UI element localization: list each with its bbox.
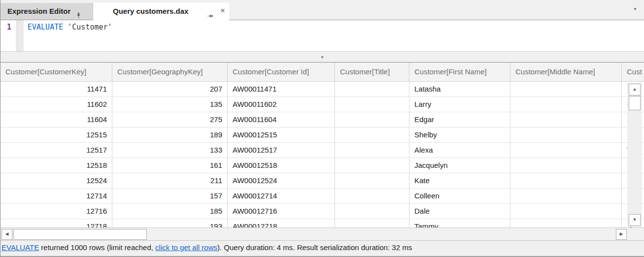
table-cell[interactable]: Tammy (409, 219, 510, 227)
column-header[interactable]: Cust (622, 63, 644, 82)
table-cell[interactable]: AW00012714 (228, 189, 335, 204)
table-cell[interactable]: Larry (409, 97, 510, 112)
code-line[interactable]: EVALUATE 'Customer' (28, 23, 112, 32)
vertical-scrollbar-thumb[interactable] (629, 96, 641, 110)
table-cell[interactable]: Edgar (409, 112, 510, 128)
close-icon[interactable]: × (220, 2, 225, 19)
table-cell[interactable]: Jacquelyn (409, 158, 510, 173)
table-row[interactable]: 12518161AW00012518JacquelynD (0, 158, 644, 173)
table-cell[interactable] (510, 219, 622, 227)
table-cell[interactable]: 11604 (0, 112, 112, 128)
table-cell[interactable]: 189 (112, 128, 228, 143)
table-cell[interactable]: 161 (112, 158, 228, 173)
table-cell[interactable] (510, 158, 622, 173)
table-cell[interactable] (335, 158, 409, 173)
vertical-scrollbar[interactable]: ▲ ▼ (627, 83, 642, 227)
table-cell[interactable]: 12524 (0, 173, 112, 189)
column-header[interactable]: Customer[Customer Id] (228, 63, 335, 82)
table-cell[interactable] (510, 189, 622, 204)
scroll-right-icon[interactable]: ▶ (616, 229, 627, 240)
table-cell[interactable]: AW00012518 (228, 158, 335, 173)
table-cell[interactable]: 157 (112, 189, 228, 204)
table-cell[interactable]: Dale (409, 204, 510, 219)
table-row[interactable]: 12517133AW00012517AlexaV (0, 143, 644, 158)
column-header[interactable]: Customer[Title] (335, 63, 409, 82)
table-cell[interactable]: 12518 (0, 158, 112, 173)
splitter-collapse-icon[interactable]: ▼ (320, 55, 324, 60)
column-header[interactable]: Customer[First Name] (409, 63, 510, 82)
table-cell[interactable] (510, 143, 622, 158)
table-cell[interactable] (510, 112, 622, 128)
table-row[interactable]: 12714157AW00012714ColleenL (0, 189, 644, 204)
table-row[interactable]: 12718193AW00012718TammyS (0, 219, 644, 227)
table-row[interactable]: 12515189AW00012515ShelbyB (0, 128, 644, 143)
table-row[interactable]: 12524211AW00012524KateS (0, 173, 644, 189)
table-cell[interactable] (335, 189, 409, 204)
tab-query-customers-dax[interactable]: Query customers.dax × (93, 2, 229, 20)
table-cell[interactable]: 11471 (0, 82, 112, 97)
table-cell[interactable]: Shelby (409, 128, 510, 143)
horizontal-scrollbar-thumb[interactable] (13, 229, 147, 240)
scroll-up-icon[interactable]: ▲ (629, 84, 641, 96)
table-row[interactable]: 11604275AW00011604EdgarS (0, 112, 644, 128)
table-cell[interactable]: AW00011602 (228, 97, 335, 112)
table-cell[interactable]: 12517 (0, 143, 112, 158)
table-cell[interactable] (335, 112, 409, 128)
table-cell[interactable]: 12716 (0, 204, 112, 219)
table-cell[interactable] (335, 128, 409, 143)
table-cell[interactable]: 193 (112, 219, 228, 227)
table-cell[interactable]: Alexa (409, 143, 510, 158)
table-cell[interactable]: 12515 (0, 128, 112, 143)
table-cell[interactable]: AW00011471 (228, 82, 335, 97)
dax-table-reference: 'Customer' (63, 23, 112, 32)
table-cell[interactable]: 133 (112, 143, 228, 158)
table-cell[interactable]: 12718 (0, 219, 112, 227)
column-header[interactable]: Customer[Middle Name] (510, 63, 622, 82)
table-cell[interactable]: AW00012515 (228, 128, 335, 143)
table-cell[interactable] (335, 173, 409, 189)
table-cell[interactable]: Colleen (409, 189, 510, 204)
horizontal-scrollbar[interactable]: ◀ ▶ (0, 227, 644, 240)
status-text: returned 1000 rows (limit reached, (39, 243, 155, 252)
table-row[interactable]: 11471207AW00011471LatashaS (0, 82, 644, 97)
status-text-durations: ). Query duration: 4 ms. Result serializ… (217, 243, 412, 252)
editor-results-splitter[interactable]: ▼ (0, 51, 644, 62)
table-cell[interactable]: Latasha (409, 82, 510, 97)
table-cell[interactable]: AW00012524 (228, 173, 335, 189)
tab-expression-editor[interactable]: Expression Editor (0, 3, 93, 20)
table-cell[interactable]: 207 (112, 82, 228, 97)
table-cell[interactable] (335, 97, 409, 112)
table-cell[interactable]: 275 (112, 112, 228, 128)
scroll-left-icon[interactable]: ◀ (1, 229, 12, 240)
table-cell[interactable]: AW00012517 (228, 143, 335, 158)
code-editor[interactable]: 1 EVALUATE 'Customer' (0, 20, 644, 51)
evaluate-link[interactable]: EVALUATE (1, 243, 39, 252)
status-bar: EVALUATE returned 1000 rows (limit reach… (0, 240, 644, 257)
table-cell[interactable] (335, 143, 409, 158)
table-cell[interactable] (335, 82, 409, 97)
table-cell[interactable]: 211 (112, 173, 228, 189)
table-cell[interactable]: AW00011604 (228, 112, 335, 128)
table-cell[interactable]: 185 (112, 204, 228, 219)
get-all-rows-link[interactable]: click to get all rows (155, 243, 217, 252)
column-header[interactable]: Customer[CustomerKey] (0, 63, 112, 82)
table-cell[interactable]: Kate (409, 173, 510, 189)
tab-overflow-dropdown-icon[interactable]: ▼ (633, 7, 637, 11)
table-row[interactable]: 11602135AW00011602LarryG (0, 97, 644, 112)
table-cell[interactable] (335, 204, 409, 219)
table-cell[interactable] (510, 204, 622, 219)
table-cell[interactable]: AW00012716 (228, 204, 335, 219)
column-header[interactable]: Customer[GeographyKey] (112, 63, 228, 82)
table-cell[interactable] (510, 97, 622, 112)
table-cell[interactable]: AW00012718 (228, 219, 335, 227)
table-cell[interactable] (510, 128, 622, 143)
table-cell[interactable]: 135 (112, 97, 228, 112)
scroll-down-icon[interactable]: ▼ (629, 214, 641, 226)
table-cell[interactable] (510, 82, 622, 97)
table-cell[interactable] (510, 173, 622, 189)
table-row[interactable]: 12716185AW00012716DaleS (0, 204, 644, 219)
table-cell[interactable]: 12714 (0, 189, 112, 204)
results-grid-inner: Customer[CustomerKey]Customer[GeographyK… (0, 63, 644, 227)
table-cell[interactable]: 11602 (0, 97, 112, 112)
table-cell[interactable] (335, 219, 409, 227)
